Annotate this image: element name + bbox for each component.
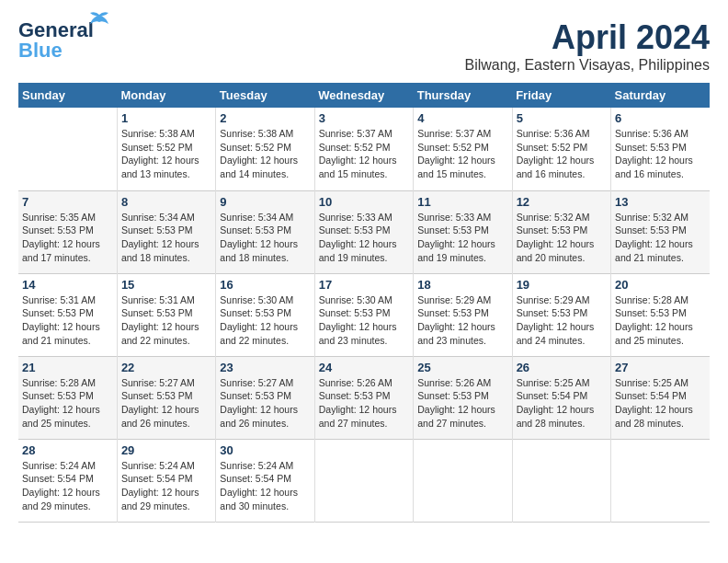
weekday-header-monday: Monday: [117, 83, 215, 108]
day-info: Sunrise: 5:38 AMSunset: 5:52 PMDaylight:…: [121, 128, 199, 179]
day-info: Sunrise: 5:24 AMSunset: 5:54 PMDaylight:…: [22, 460, 100, 511]
calendar-cell: 28 Sunrise: 5:24 AMSunset: 5:54 PMDaylig…: [18, 439, 117, 522]
day-info: Sunrise: 5:29 AMSunset: 5:53 PMDaylight:…: [517, 294, 595, 346]
day-info: Sunrise: 5:32 AMSunset: 5:53 PMDaylight:…: [615, 212, 693, 263]
weekday-header-tuesday: Tuesday: [216, 83, 314, 108]
day-number: 28: [22, 443, 113, 457]
day-number: 13: [615, 195, 706, 209]
calendar-week-row: 7 Sunrise: 5:35 AMSunset: 5:53 PMDayligh…: [18, 190, 710, 273]
day-number: 11: [417, 195, 507, 209]
calendar-cell: [18, 108, 117, 190]
calendar-cell: 15 Sunrise: 5:31 AMSunset: 5:53 PMDaylig…: [117, 273, 215, 356]
day-info: Sunrise: 5:31 AMSunset: 5:53 PMDaylight:…: [22, 294, 100, 346]
weekday-header-friday: Friday: [512, 83, 610, 108]
calendar-week-row: 14 Sunrise: 5:31 AMSunset: 5:53 PMDaylig…: [18, 273, 710, 356]
calendar-table: SundayMondayTuesdayWednesdayThursdayFrid…: [18, 83, 710, 523]
weekday-header-sunday: Sunday: [18, 83, 117, 108]
day-info: Sunrise: 5:24 AMSunset: 5:54 PMDaylight:…: [220, 460, 298, 511]
calendar-cell: 12 Sunrise: 5:32 AMSunset: 5:53 PMDaylig…: [512, 190, 610, 273]
day-info: Sunrise: 5:31 AMSunset: 5:53 PMDaylight:…: [121, 294, 199, 346]
calendar-cell: 16 Sunrise: 5:30 AMSunset: 5:53 PMDaylig…: [216, 273, 314, 356]
day-number: 2: [220, 111, 310, 125]
day-number: 4: [417, 111, 507, 125]
day-info: Sunrise: 5:36 AMSunset: 5:53 PMDaylight:…: [615, 128, 693, 179]
calendar-week-row: 28 Sunrise: 5:24 AMSunset: 5:54 PMDaylig…: [18, 439, 710, 522]
day-number: 24: [319, 361, 409, 374]
calendar-cell: 11 Sunrise: 5:33 AMSunset: 5:53 PMDaylig…: [414, 190, 512, 273]
day-number: 5: [517, 111, 607, 125]
calendar-cell: [512, 439, 610, 522]
day-number: 21: [22, 361, 113, 374]
calendar-cell: 7 Sunrise: 5:35 AMSunset: 5:53 PMDayligh…: [18, 190, 117, 273]
day-info: Sunrise: 5:28 AMSunset: 5:53 PMDaylight:…: [22, 377, 100, 429]
day-number: 3: [319, 111, 409, 125]
weekday-header-wednesday: Wednesday: [314, 83, 413, 108]
day-number: 1: [121, 111, 211, 125]
day-info: Sunrise: 5:34 AMSunset: 5:53 PMDaylight:…: [220, 212, 298, 263]
day-number: 29: [121, 443, 211, 457]
calendar-cell: 22 Sunrise: 5:27 AMSunset: 5:53 PMDaylig…: [117, 356, 215, 439]
weekday-header-saturday: Saturday: [611, 83, 710, 108]
day-number: 8: [121, 195, 211, 209]
day-info: Sunrise: 5:32 AMSunset: 5:53 PMDaylight:…: [517, 212, 595, 263]
calendar-cell: [611, 439, 710, 522]
day-info: Sunrise: 5:29 AMSunset: 5:53 PMDaylight:…: [417, 294, 495, 346]
calendar-cell: 8 Sunrise: 5:34 AMSunset: 5:53 PMDayligh…: [117, 190, 215, 273]
day-info: Sunrise: 5:36 AMSunset: 5:52 PMDaylight:…: [517, 128, 595, 179]
day-number: 20: [615, 278, 706, 292]
month-year-title: April 2024: [464, 18, 710, 57]
day-info: Sunrise: 5:30 AMSunset: 5:53 PMDaylight:…: [220, 294, 298, 346]
calendar-cell: 26 Sunrise: 5:25 AMSunset: 5:54 PMDaylig…: [512, 356, 610, 439]
day-number: 18: [417, 278, 507, 292]
header: General Blue April 2024 Bilwang, Eastern…: [18, 18, 710, 74]
day-info: Sunrise: 5:25 AMSunset: 5:54 PMDaylight:…: [615, 377, 693, 429]
logo-general: General: [18, 18, 94, 41]
day-number: 26: [517, 361, 607, 374]
day-info: Sunrise: 5:28 AMSunset: 5:53 PMDaylight:…: [615, 294, 693, 346]
day-number: 12: [517, 195, 607, 209]
day-number: 14: [22, 278, 113, 292]
day-info: Sunrise: 5:25 AMSunset: 5:54 PMDaylight:…: [517, 377, 595, 429]
day-number: 16: [220, 278, 310, 292]
logo-bird-icon: [88, 11, 110, 28]
day-info: Sunrise: 5:24 AMSunset: 5:54 PMDaylight:…: [121, 460, 199, 511]
calendar-cell: 17 Sunrise: 5:30 AMSunset: 5:53 PMDaylig…: [314, 273, 413, 356]
day-info: Sunrise: 5:30 AMSunset: 5:53 PMDaylight:…: [319, 294, 397, 346]
calendar-cell: 19 Sunrise: 5:29 AMSunset: 5:53 PMDaylig…: [512, 273, 610, 356]
calendar-cell: 21 Sunrise: 5:28 AMSunset: 5:53 PMDaylig…: [18, 356, 117, 439]
title-section: April 2024 Bilwang, Eastern Visayas, Phi…: [464, 18, 710, 74]
day-number: 15: [121, 278, 211, 292]
day-info: Sunrise: 5:33 AMSunset: 5:53 PMDaylight:…: [319, 212, 397, 263]
weekday-header-thursday: Thursday: [414, 83, 512, 108]
day-info: Sunrise: 5:26 AMSunset: 5:53 PMDaylight:…: [417, 377, 495, 429]
calendar-cell: 23 Sunrise: 5:27 AMSunset: 5:53 PMDaylig…: [216, 356, 314, 439]
weekday-header-row: SundayMondayTuesdayWednesdayThursdayFrid…: [18, 83, 710, 108]
calendar-cell: 9 Sunrise: 5:34 AMSunset: 5:53 PMDayligh…: [216, 190, 314, 273]
day-number: 9: [220, 195, 310, 209]
calendar-week-row: 1 Sunrise: 5:38 AMSunset: 5:52 PMDayligh…: [18, 108, 710, 190]
day-info: Sunrise: 5:35 AMSunset: 5:53 PMDaylight:…: [22, 212, 100, 263]
calendar-cell: 24 Sunrise: 5:26 AMSunset: 5:53 PMDaylig…: [314, 356, 413, 439]
day-info: Sunrise: 5:38 AMSunset: 5:52 PMDaylight:…: [220, 128, 298, 179]
calendar-cell: [414, 439, 512, 522]
calendar-cell: 13 Sunrise: 5:32 AMSunset: 5:53 PMDaylig…: [611, 190, 710, 273]
day-info: Sunrise: 5:37 AMSunset: 5:52 PMDaylight:…: [417, 128, 495, 179]
day-number: 7: [22, 195, 113, 209]
calendar-cell: 10 Sunrise: 5:33 AMSunset: 5:53 PMDaylig…: [314, 190, 413, 273]
day-info: Sunrise: 5:34 AMSunset: 5:53 PMDaylight:…: [121, 212, 199, 263]
day-info: Sunrise: 5:33 AMSunset: 5:53 PMDaylight:…: [417, 212, 495, 263]
day-number: 19: [517, 278, 607, 292]
day-info: Sunrise: 5:27 AMSunset: 5:53 PMDaylight:…: [121, 377, 199, 429]
calendar-cell: 29 Sunrise: 5:24 AMSunset: 5:54 PMDaylig…: [117, 439, 215, 522]
calendar-cell: 14 Sunrise: 5:31 AMSunset: 5:53 PMDaylig…: [18, 273, 117, 356]
calendar-cell: 4 Sunrise: 5:37 AMSunset: 5:52 PMDayligh…: [414, 108, 512, 190]
day-number: 10: [319, 195, 409, 209]
calendar-cell: 25 Sunrise: 5:26 AMSunset: 5:53 PMDaylig…: [414, 356, 512, 439]
calendar-cell: 18 Sunrise: 5:29 AMSunset: 5:53 PMDaylig…: [414, 273, 512, 356]
calendar-cell: 5 Sunrise: 5:36 AMSunset: 5:52 PMDayligh…: [512, 108, 610, 190]
calendar-cell: 30 Sunrise: 5:24 AMSunset: 5:54 PMDaylig…: [216, 439, 314, 522]
logo: General Blue: [18, 18, 94, 63]
day-info: Sunrise: 5:27 AMSunset: 5:53 PMDaylight:…: [220, 377, 298, 429]
calendar-cell: 1 Sunrise: 5:38 AMSunset: 5:52 PMDayligh…: [117, 108, 215, 190]
day-number: 25: [417, 361, 507, 374]
